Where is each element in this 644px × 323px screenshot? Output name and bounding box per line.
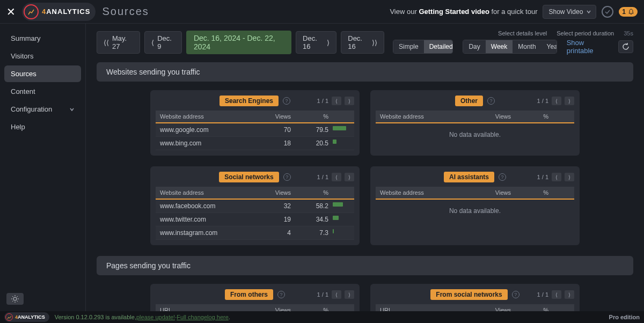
video-prompt: View our Getting Started video for a qui…: [390, 8, 537, 16]
page-indicator: 1 / 1: [317, 98, 328, 104]
page-prev-button[interactable]: ⟨: [552, 290, 561, 299]
chevron-dbl-left-icon: ⟨⟨: [104, 39, 109, 47]
sidebar-item-sources[interactable]: Sources: [4, 65, 81, 82]
period-month-button[interactable]: Month: [513, 40, 541, 53]
page-next-button[interactable]: ⟩: [565, 290, 574, 299]
svg-line-5: [12, 296, 13, 297]
table-row: www.google.com7079.5: [156, 123, 354, 137]
page-next-button[interactable]: ⟩: [345, 97, 354, 105]
period-year-button[interactable]: Year: [541, 40, 557, 53]
panel-title-badge: Other: [455, 96, 483, 106]
svg-line-6: [17, 301, 18, 302]
sidebar-item-configuration[interactable]: Configuration: [4, 101, 81, 118]
section-pages-header: Pages sending you traffic: [97, 256, 633, 275]
help-icon[interactable]: ?: [512, 291, 519, 298]
close-icon[interactable]: ✕: [6, 5, 16, 18]
sidebar-item-visitors[interactable]: Visitors: [4, 48, 81, 64]
version-text: Version 0.12.0.293 is available,: [55, 314, 136, 320]
no-data-text: No data available.: [376, 200, 574, 222]
page-indicator: 1 / 1: [537, 291, 548, 298]
date-prev-button[interactable]: ⟨Dec. 9: [144, 31, 182, 54]
table-row: www.bing.com1820.5: [156, 137, 354, 150]
sidebar-item-summary[interactable]: Summary: [4, 30, 81, 47]
svg-line-7: [12, 301, 13, 302]
panel-from-others: From others ? 1 / 1 ⟨ ⟩ URL Views % No d…: [150, 284, 360, 311]
help-icon[interactable]: ?: [487, 97, 495, 105]
panel-title-badge: Search Engines: [219, 96, 279, 106]
page-indicator: 1 / 1: [537, 98, 548, 104]
refresh-icon: [622, 43, 630, 50]
page-next-button[interactable]: ⟩: [565, 173, 574, 181]
details-simple-button[interactable]: Simple: [393, 40, 424, 53]
update-link[interactable]: please update!: [136, 314, 175, 320]
date-next-button[interactable]: Dec. 16⟩: [296, 31, 336, 54]
period-label: Select period duration: [557, 30, 614, 36]
sidebar-item-help[interactable]: Help: [4, 119, 81, 135]
panel-other: Other ? 1 / 1 ⟨ ⟩ Website address Views …: [370, 90, 580, 156]
panel-title-badge: AI assistants: [444, 172, 494, 182]
show-video-select[interactable]: Show Video: [543, 5, 596, 19]
page-prev-button[interactable]: ⟨: [332, 173, 341, 181]
changelog-link[interactable]: Full changelog here: [177, 314, 229, 320]
theme-toggle[interactable]: [6, 293, 24, 305]
table-row: www.twitter.com1934.5: [156, 213, 354, 226]
period-day-button[interactable]: Day: [463, 40, 485, 53]
refresh-timer: 35s: [624, 30, 633, 36]
page-next-button[interactable]: ⟩: [565, 97, 574, 105]
chevron-right-icon: ⟩: [327, 39, 330, 47]
table-header: Website address Views %: [156, 111, 354, 123]
panel-title-badge: From others: [225, 289, 273, 300]
chevron-down-icon: [586, 9, 591, 14]
edition-label: Pro edition: [609, 314, 640, 320]
page-prev-button[interactable]: ⟨: [332, 97, 341, 105]
chevron-down-icon: [69, 107, 75, 112]
notifications-badge[interactable]: 1: [619, 7, 638, 17]
help-icon[interactable]: ?: [283, 173, 291, 181]
logo-text: 4ANALYTICS: [42, 8, 90, 16]
page-prev-button[interactable]: ⟨: [332, 290, 341, 299]
section-websites-header: Websites sending you traffic: [97, 62, 633, 82]
no-data-text: No data available.: [376, 123, 574, 146]
panel-title-badge: From social networks: [430, 289, 507, 300]
table-header: Website address Views %: [376, 187, 574, 200]
sidebar-item-content[interactable]: Content: [4, 83, 81, 100]
page-prev-button[interactable]: ⟨: [552, 97, 561, 105]
period-week-button[interactable]: Week: [486, 40, 513, 53]
panel-from-social: From social networks ? 1 / 1 ⟨ ⟩ URL Vie…: [370, 284, 580, 311]
page-prev-button[interactable]: ⟨: [552, 173, 561, 181]
table-row: www.facebook.com3258.2: [156, 200, 354, 213]
svg-line-8: [17, 296, 18, 297]
show-printable-link[interactable]: Show printable: [567, 39, 609, 55]
bell-icon: [628, 9, 634, 15]
details-label: Select details level: [498, 30, 547, 36]
period-segment: Day Week Month Year: [463, 40, 557, 54]
help-icon[interactable]: ?: [283, 97, 290, 105]
chart-icon: [24, 4, 39, 19]
date-range[interactable]: Dec. 16, 2024 - Dec. 22, 2024: [186, 31, 291, 54]
refresh-button[interactable]: [618, 40, 633, 53]
page-next-button[interactable]: ⟩: [345, 290, 354, 299]
check-icon[interactable]: [602, 6, 613, 18]
notif-count: 1: [622, 8, 626, 16]
panel-search-engines: Search Engines ? 1 / 1 ⟨ ⟩ Website addre…: [150, 90, 360, 156]
table-header: Website address Views %: [376, 111, 574, 123]
page-title: Sources: [102, 5, 149, 18]
page-indicator: 1 / 1: [537, 174, 548, 180]
date-next-far-button[interactable]: Dec. 16⟩⟩: [341, 31, 384, 54]
panel-ai-assistants: AI assistants ? 1 / 1 ⟨ ⟩ Website addres…: [370, 166, 580, 245]
chevron-left-icon: ⟨: [151, 39, 154, 47]
table-header: URL Views %: [156, 304, 354, 311]
svg-point-0: [13, 297, 17, 300]
details-segment: Simple Detailed: [393, 40, 453, 54]
sun-icon: [11, 295, 19, 303]
logo[interactable]: 4ANALYTICS: [22, 3, 96, 21]
footer-logo[interactable]: 4ANALYTICS: [4, 312, 49, 322]
page-next-button[interactable]: ⟩: [345, 173, 354, 181]
date-prev-far-button[interactable]: ⟨⟨May. 27: [97, 31, 140, 54]
details-detailed-button[interactable]: Detailed: [424, 40, 453, 53]
chevron-dbl-right-icon: ⟩⟩: [372, 39, 377, 47]
help-icon[interactable]: ?: [499, 173, 506, 181]
help-icon[interactable]: ?: [277, 291, 285, 298]
chart-icon: [5, 313, 13, 321]
page-indicator: 1 / 1: [317, 291, 328, 298]
